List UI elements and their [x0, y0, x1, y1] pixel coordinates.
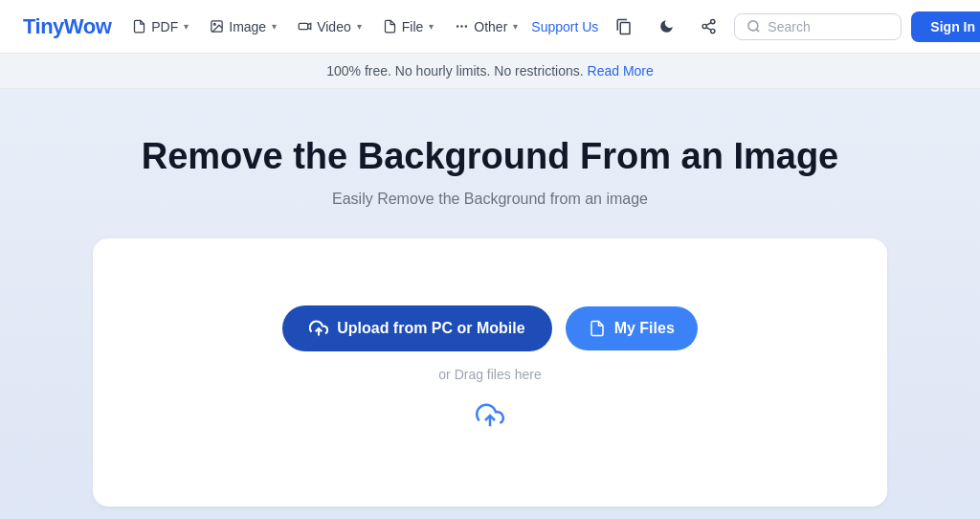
logo-suffix: Wow: [64, 14, 111, 38]
nav-item-other[interactable]: Other ▾: [445, 13, 527, 40]
logo-prefix: Tiny: [23, 14, 64, 38]
svg-line-13: [757, 29, 760, 32]
svg-point-8: [702, 24, 706, 28]
svg-point-1: [214, 23, 216, 25]
copy-icon: [615, 18, 633, 35]
page-subtitle: Easily Remove the Background from an ima…: [23, 191, 957, 208]
upload-buttons: Upload from PC or Mobile My Files: [282, 305, 698, 351]
drop-zone-icon: [476, 401, 504, 437]
image-icon: [210, 19, 224, 34]
svg-point-7: [710, 19, 714, 23]
dark-mode-btn[interactable]: [650, 11, 682, 43]
file-icon: [383, 19, 397, 34]
video-icon: [298, 19, 312, 34]
svg-marker-3: [308, 23, 311, 29]
nav-item-file[interactable]: File ▾: [373, 13, 444, 40]
my-files-button[interactable]: My Files: [566, 306, 698, 350]
svg-rect-2: [299, 23, 307, 29]
cloud-upload-icon: [476, 401, 504, 430]
file-chevron: ▾: [429, 21, 434, 32]
svg-point-4: [461, 26, 462, 27]
svg-point-12: [748, 21, 758, 31]
other-icon: [455, 19, 469, 34]
video-chevron: ▾: [357, 21, 362, 32]
image-chevron: ▾: [272, 21, 277, 32]
nav-right: Support Us Sign In: [531, 11, 980, 43]
search-icon: [746, 19, 761, 34]
share-icon: [701, 18, 717, 34]
read-more-link[interactable]: Read More: [588, 63, 654, 79]
nav-item-pdf[interactable]: PDF ▾: [122, 13, 198, 40]
nav-menu: PDF ▾ Image ▾ Video ▾ File ▾ Other ▾: [122, 13, 527, 40]
navbar: TinyWow PDF ▾ Image ▾ Video ▾ File ▾: [0, 0, 980, 54]
search-input[interactable]: [768, 19, 889, 34]
svg-line-10: [706, 28, 711, 31]
svg-point-6: [457, 26, 458, 27]
upload-area: Upload from PC or Mobile My Files or Dra…: [93, 238, 887, 507]
pdf-icon: [132, 19, 146, 34]
svg-point-5: [466, 26, 467, 27]
drag-drop-text: or Drag files here: [438, 367, 541, 382]
other-chevron: ▾: [513, 21, 518, 32]
copy-icon-btn[interactable]: [608, 11, 640, 43]
moon-icon: [658, 18, 675, 34]
svg-point-9: [710, 29, 714, 33]
files-icon: [589, 320, 606, 337]
search-box[interactable]: [734, 13, 902, 40]
banner-text: 100% free. No hourly limits. No restrict…: [326, 63, 583, 79]
nav-item-image[interactable]: Image ▾: [200, 13, 286, 40]
upload-icon: [309, 319, 328, 338]
logo[interactable]: TinyWow: [23, 14, 111, 39]
hero-section: Remove the Background From an Image Easi…: [0, 89, 980, 519]
upload-pc-mobile-button[interactable]: Upload from PC or Mobile: [282, 305, 551, 351]
sign-in-button[interactable]: Sign In: [911, 11, 980, 42]
pdf-chevron: ▾: [184, 21, 189, 32]
page-title: Remove the Background From an Image: [23, 135, 957, 179]
nav-item-video[interactable]: Video ▾: [288, 13, 371, 40]
promo-banner: 100% free. No hourly limits. No restrict…: [0, 54, 980, 89]
share-btn[interactable]: [692, 11, 724, 43]
svg-line-11: [706, 23, 711, 26]
support-link[interactable]: Support Us: [531, 19, 598, 34]
